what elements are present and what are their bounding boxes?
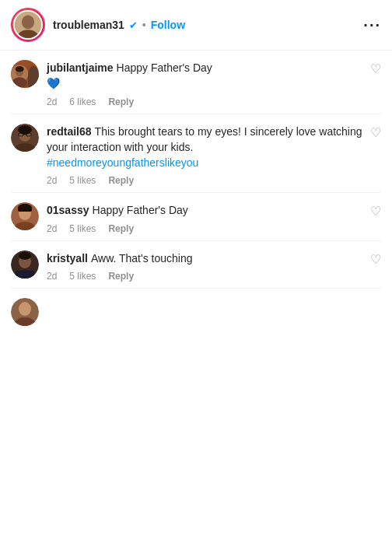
- follow-button[interactable]: Follow: [151, 19, 185, 31]
- svg-point-13: [18, 125, 32, 135]
- svg-rect-18: [18, 208, 32, 212]
- comment-text: kristyallAww. That's touching: [47, 250, 381, 266]
- comment-meta: 2d 6 likes Reply: [47, 96, 381, 107]
- like-icon[interactable]: ♡: [370, 125, 381, 140]
- avatar[interactable]: [11, 298, 39, 326]
- comment-likes: 5 likes: [69, 223, 96, 234]
- comment-item: kristyallAww. That's touching 2d 5 likes…: [0, 241, 392, 288]
- comments-section: jubilantjaimeHappy Father's Day💙 2d 6 li…: [0, 51, 392, 326]
- like-icon[interactable]: ♡: [370, 252, 381, 267]
- comment-body: redtail68This brought tears to my eyes! …: [47, 124, 381, 187]
- avatar[interactable]: [11, 124, 39, 152]
- comment-text: jubilantjaimeHappy Father's Day💙: [47, 60, 381, 92]
- comment-time: 2d: [47, 223, 57, 234]
- svg-point-23: [19, 252, 31, 260]
- comment-text: 01sassyHappy Father's Day: [47, 202, 381, 218]
- svg-point-1: [22, 15, 34, 29]
- verified-badge: ✔: [129, 19, 138, 31]
- comment-time: 2d: [47, 271, 57, 282]
- comment-body: kristyallAww. That's touching 2d 5 likes…: [47, 250, 381, 282]
- avatar[interactable]: [11, 202, 39, 230]
- reply-button[interactable]: Reply: [108, 175, 134, 186]
- post-author-avatar[interactable]: [11, 8, 45, 42]
- comment-meta: 2d 5 likes Reply: [47, 223, 381, 234]
- comment-likes: 6 likes: [69, 96, 96, 107]
- comment-meta: 2d 5 likes Reply: [47, 271, 381, 282]
- partial-comment-item: [0, 289, 392, 326]
- post-author-username[interactable]: troubleman31: [53, 19, 124, 31]
- reply-button[interactable]: Reply: [108, 271, 134, 282]
- comment-likes: 5 likes: [69, 271, 96, 282]
- separator-dot: •: [142, 19, 146, 31]
- svg-point-5: [12, 77, 27, 88]
- comment-meta: 2d 5 likes Reply: [47, 175, 381, 186]
- comment-body: jubilantjaimeHappy Father's Day💙 2d 6 li…: [47, 60, 381, 107]
- comment-item: redtail68This brought tears to my eyes! …: [0, 114, 392, 193]
- commenter-username[interactable]: jubilantjaime: [47, 61, 114, 74]
- comment-text: redtail68This brought tears to my eyes! …: [47, 124, 381, 171]
- comment-item: jubilantjaimeHappy Father's Day💙 2d 6 li…: [0, 51, 392, 114]
- comment-time: 2d: [47, 96, 57, 107]
- like-icon[interactable]: ♡: [370, 61, 381, 76]
- reply-button[interactable]: Reply: [108, 223, 134, 234]
- svg-point-25: [19, 302, 31, 316]
- post-header: troubleman31 ✔ • Follow ···: [0, 0, 392, 51]
- commenter-username[interactable]: redtail68: [47, 125, 92, 138]
- like-icon[interactable]: ♡: [370, 204, 381, 219]
- svg-point-6: [16, 66, 24, 72]
- avatar[interactable]: [11, 250, 39, 279]
- post-author-info: troubleman31 ✔ • Follow: [53, 19, 363, 31]
- avatar[interactable]: [11, 60, 39, 88]
- commenter-username[interactable]: 01sassy: [47, 204, 89, 216]
- comment-item: 01sassyHappy Father's Day 2d 5 likes Rep…: [0, 193, 392, 240]
- svg-rect-22: [16, 271, 34, 279]
- comment-likes: 5 likes: [69, 175, 96, 186]
- comment-time: 2d: [47, 175, 57, 186]
- reply-button[interactable]: Reply: [108, 96, 134, 107]
- commenter-username[interactable]: kristyall: [47, 252, 88, 264]
- more-options-button[interactable]: ···: [363, 16, 381, 34]
- comment-body: 01sassyHappy Father's Day 2d 5 likes Rep…: [47, 202, 381, 233]
